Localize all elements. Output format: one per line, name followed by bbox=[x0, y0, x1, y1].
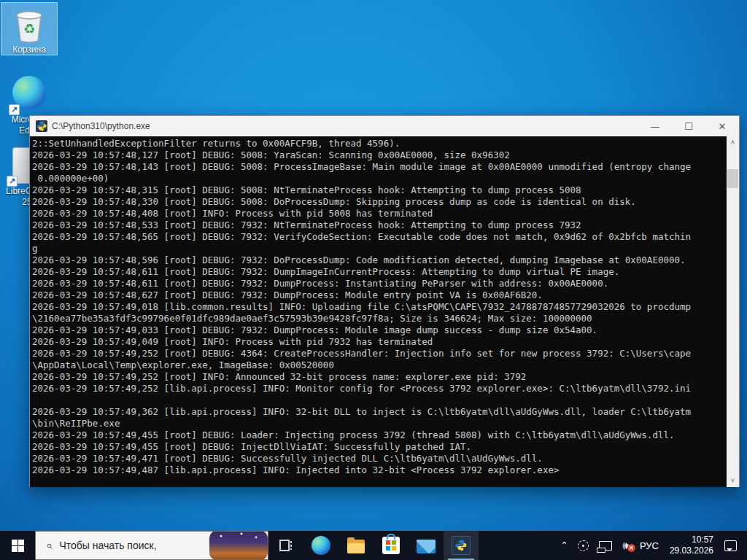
scrollbar-track[interactable] bbox=[727, 149, 739, 475]
console-line: \AppData\Local\Temp\explorer.exe, ImageB… bbox=[32, 359, 724, 371]
window-titlebar[interactable]: C:\Python310\python.exe — ☐ ✕ bbox=[30, 116, 739, 136]
console-line: 2026-03-29 10:57:49,487 [lib.api.process… bbox=[32, 464, 724, 476]
console-line: 2026-03-29 10:57:48,565 [root] DEBUG: 79… bbox=[32, 231, 724, 243]
edge-icon bbox=[311, 536, 330, 555]
python-console-icon bbox=[452, 536, 471, 555]
language-label: РУС bbox=[640, 540, 659, 551]
console-line: 2026-03-29 10:57:48,127 [root] DEBUG: 50… bbox=[32, 149, 724, 161]
taskbar-mail-button[interactable] bbox=[409, 531, 444, 560]
console-line: 2026-03-29 10:57:48,315 [root] DEBUG: 50… bbox=[32, 184, 724, 196]
mute-badge-icon: ✕ bbox=[627, 544, 635, 552]
close-button[interactable]: ✕ bbox=[705, 116, 739, 136]
svg-text:♻: ♻ bbox=[23, 21, 35, 36]
task-view-button[interactable] bbox=[268, 531, 303, 560]
tray-clock-button[interactable]: 10:57 29.03.2026 bbox=[664, 531, 719, 560]
taskbar-store-button[interactable] bbox=[374, 531, 409, 560]
taskbar-explorer-button[interactable] bbox=[338, 531, 374, 560]
console-line: 2026-03-29 10:57:48,596 [root] DEBUG: 79… bbox=[32, 254, 724, 266]
tray-volume-button[interactable]: 🕪 ✕ bbox=[617, 531, 634, 560]
console-lines: 2::SetUnhandledExceptionFilter returns t… bbox=[32, 138, 724, 476]
start-button[interactable] bbox=[0, 531, 35, 560]
tray-network-button[interactable] bbox=[594, 531, 617, 560]
search-icon: ⌕ bbox=[46, 539, 52, 552]
minimize-button[interactable]: — bbox=[638, 116, 672, 136]
tray-overflow-button[interactable]: ⌃ bbox=[555, 531, 573, 560]
microsoft-store-icon bbox=[382, 537, 400, 554]
taskbar-python-console-button[interactable] bbox=[444, 531, 479, 560]
console-line: 2026-03-29 10:57:49,252 [root] DEBUG: 43… bbox=[32, 348, 724, 359]
console-line bbox=[32, 394, 724, 406]
console-line: 2026-03-29 10:57:49,049 [root] INFO: Pro… bbox=[32, 336, 724, 348]
console-line: 2026-03-29 10:57:48,143 [root] DEBUG: 50… bbox=[32, 161, 724, 173]
file-explorer-icon bbox=[347, 540, 365, 553]
ethernet-network-icon bbox=[599, 541, 612, 551]
recycle-bin-icon: ♻ bbox=[10, 6, 48, 44]
desktop-icon-recycle-bin[interactable]: ♻ Корзина bbox=[1, 3, 57, 55]
mail-icon bbox=[417, 540, 436, 553]
task-view-icon bbox=[278, 537, 294, 553]
scroll-up-icon[interactable]: ˄ bbox=[727, 136, 739, 149]
windows-logo-icon bbox=[12, 540, 24, 552]
console-line: 2026-03-29 10:57:49,033 [root] DEBUG: 79… bbox=[32, 324, 724, 336]
console-line: 2::SetUnhandledExceptionFilter returns t… bbox=[32, 138, 724, 149]
console-line: 2026-03-29 10:57:49,252 [lib.api.process… bbox=[32, 383, 724, 394]
console-line: \2160ea77be35a3fdf3c99796e0f01dfc989dae0… bbox=[32, 313, 724, 324]
taskbar: ⌕ Чтобы начать поиск, bbox=[0, 531, 747, 560]
python-app-icon bbox=[36, 120, 47, 132]
chevron-up-icon: ⌃ bbox=[560, 540, 568, 551]
console-line: \bin\ReIIPbe.exe bbox=[32, 418, 724, 429]
console-line: 2026-03-29 10:57:48,611 [root] DEBUG: 79… bbox=[32, 266, 724, 278]
scrollbar-thumb[interactable] bbox=[727, 169, 738, 188]
console-line: 2026-03-29 10:57:49,362 [lib.api.process… bbox=[32, 406, 724, 418]
speaker-muted-icon: 🕪 ✕ bbox=[622, 539, 629, 552]
shortcut-arrow-icon: ↗ bbox=[9, 104, 20, 115]
console-line: 2026-03-29 10:57:49,455 [root] DEBUG: In… bbox=[32, 441, 724, 453]
action-center-button[interactable] bbox=[719, 531, 747, 560]
console-line: 2026-03-29 10:57:49,252 [root] INFO: Ann… bbox=[32, 371, 724, 383]
desktop-icon-label: Корзина bbox=[1, 45, 57, 55]
system-tray: ⌃ 🕪 ✕ РУС 10:57 29.03.2026 bbox=[555, 531, 747, 560]
console-window: C:\Python310\python.exe — ☐ ✕ 2::SetUnha… bbox=[29, 115, 740, 487]
tray-agent-button[interactable] bbox=[573, 531, 594, 560]
search-placeholder: Чтобы начать поиск, bbox=[59, 540, 209, 551]
console-line: 2026-03-29 10:57:49,455 [root] DEBUG: Lo… bbox=[32, 429, 724, 441]
clock-time: 10:57 bbox=[670, 534, 713, 545]
window-title: C:\Python310\python.exe bbox=[52, 121, 638, 131]
agent-status-icon bbox=[578, 540, 589, 551]
console-output: 2::SetUnhandledExceptionFilter returns t… bbox=[30, 136, 739, 487]
shortcut-arrow-icon: ↗ bbox=[7, 176, 18, 187]
search-highlights-image[interactable] bbox=[209, 531, 268, 560]
scroll-down-icon[interactable]: ˅ bbox=[727, 475, 739, 487]
console-line: 2026-03-29 10:57:48,533 [root] DEBUG: 79… bbox=[32, 219, 724, 231]
search-box[interactable]: ⌕ Чтобы начать поиск, bbox=[35, 531, 268, 560]
console-line: g bbox=[32, 243, 724, 254]
console-line: 2026-03-29 10:57:48,408 [root] INFO: Pro… bbox=[32, 208, 724, 219]
console-line: 2026-03-29 10:57:49,471 [root] DEBUG: Su… bbox=[32, 453, 724, 464]
taskbar-edge-button[interactable] bbox=[303, 531, 338, 560]
console-line: 2026-03-29 10:57:49,018 [lib.common.resu… bbox=[32, 301, 724, 313]
notification-icon bbox=[724, 540, 737, 551]
tray-language-button[interactable]: РУС bbox=[635, 531, 664, 560]
console-line: 2026-03-29 10:57:48,611 [root] DEBUG: 79… bbox=[32, 278, 724, 289]
edge-icon: ↗ bbox=[10, 76, 48, 114]
desktop: ♻ Корзина ↗ Microsoft Edge ↗ LibreOffice… bbox=[0, 0, 747, 560]
console-line: 2026-03-29 10:57:48,330 [root] DEBUG: 50… bbox=[32, 196, 724, 208]
maximize-button[interactable]: ☐ bbox=[672, 116, 705, 136]
console-line: 2026-03-29 10:57:48,627 [root] DEBUG: 79… bbox=[32, 289, 724, 301]
console-line: 0.000000e+00) bbox=[32, 173, 724, 184]
vertical-scrollbar[interactable]: ˄ ˅ bbox=[727, 136, 739, 487]
clock-date: 29.03.2026 bbox=[670, 545, 713, 556]
